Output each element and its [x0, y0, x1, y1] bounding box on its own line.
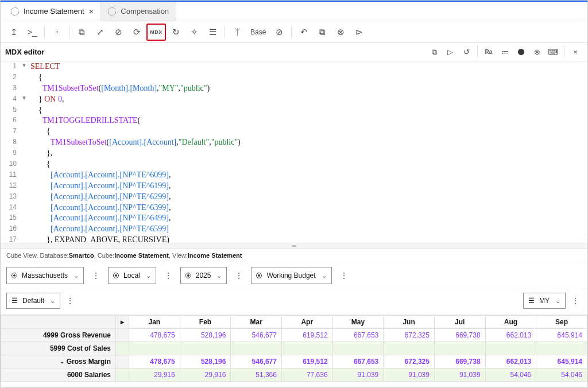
- loop-icon[interactable]: ↺: [459, 45, 474, 60]
- currency-selector[interactable]: Local ⌄: [108, 267, 156, 284]
- grid-cell[interactable]: 91,039: [384, 368, 435, 382]
- grid-cell[interactable]: 645,914: [536, 355, 587, 368]
- undo-icon[interactable]: ↶: [295, 24, 312, 41]
- col-header[interactable]: Aug: [485, 316, 536, 329]
- copy-icon[interactable]: ⧉: [314, 24, 331, 41]
- region-selector[interactable]: Massachusetts ⌄: [6, 267, 84, 284]
- branch-icon[interactable]: ᛘ: [229, 24, 246, 41]
- sparkle-icon[interactable]: ✧: [185, 24, 203, 41]
- col-header[interactable]: May: [332, 316, 384, 329]
- rows-menu-icon[interactable]: ⋮: [64, 296, 76, 305]
- code-line[interactable]: {: [28, 105, 42, 116]
- code-line[interactable]: TM1SubsetToSet([Month].[Month],"MY","pub…: [28, 83, 210, 94]
- row-header[interactable]: 6000 Salaries: [1, 368, 116, 382]
- grid-cell[interactable]: [384, 342, 435, 355]
- col-header[interactable]: Jun: [384, 316, 435, 329]
- record-icon[interactable]: [513, 45, 528, 60]
- terminal-icon[interactable]: >_: [24, 24, 41, 41]
- tab-income-statement[interactable]: Income Statement ×: [4, 2, 101, 21]
- tab-compensation[interactable]: Compensation: [101, 2, 176, 21]
- refresh-icon[interactable]: ⟳: [128, 24, 145, 41]
- grid-cell[interactable]: 662,013: [485, 329, 536, 342]
- splitter-handle[interactable]: ═: [1, 243, 587, 249]
- grid-cell[interactable]: 29,916: [129, 368, 180, 382]
- currency-menu-icon[interactable]: ⋮: [162, 271, 175, 280]
- data-grid[interactable]: ▸JanFebMarAprMayJunJulAugSep4999 Gross R…: [1, 315, 587, 388]
- box-icon[interactable]: ⧉: [73, 24, 90, 41]
- code-line[interactable]: [Account].[Account].[NP^TE^6399],: [28, 203, 171, 214]
- collapse-up-icon[interactable]: ↥: [5, 24, 22, 41]
- grid-cell[interactable]: 662,013: [485, 355, 536, 368]
- code-line[interactable]: [Account].[Account].[NP^TE^6599]: [28, 224, 169, 235]
- grid-cell[interactable]: 478,675: [129, 329, 180, 342]
- cycle-icon[interactable]: ↻: [167, 24, 184, 41]
- grid-cell[interactable]: 528,196: [180, 355, 231, 368]
- code-line[interactable]: TM1TOGGLEDRILLSTATE(: [28, 115, 140, 126]
- close-icon[interactable]: ×: [89, 6, 94, 16]
- expand-cols-icon[interactable]: ▸: [116, 316, 129, 329]
- list-icon[interactable]: ≔: [497, 45, 512, 60]
- grid-cell[interactable]: 528,196: [180, 329, 231, 342]
- code-line[interactable]: SELECT: [28, 61, 60, 72]
- fold-toggle[interactable]: ▼: [20, 94, 28, 105]
- grid-cell[interactable]: 619,512: [281, 355, 332, 368]
- col-header[interactable]: Jul: [434, 316, 485, 329]
- code-line[interactable]: [Account].[Account].[NP^TE^6299],: [28, 192, 171, 203]
- fold-toggle[interactable]: ▼: [20, 61, 28, 72]
- year-menu-icon[interactable]: ⋮: [233, 271, 245, 280]
- grid-cell[interactable]: 619,512: [281, 329, 332, 342]
- save-icon[interactable]: ▫: [48, 24, 65, 41]
- grid-cell[interactable]: 546,677: [231, 355, 282, 368]
- code-line[interactable]: } ON 0,: [28, 94, 64, 105]
- grid-cell[interactable]: 91,039: [434, 368, 485, 382]
- grid-cell[interactable]: 669,738: [434, 355, 485, 368]
- grid-cell[interactable]: 645,914: [536, 329, 587, 342]
- grid-cell[interactable]: 667,653: [332, 329, 384, 342]
- grid-cell[interactable]: 669,738: [434, 329, 485, 342]
- ra-icon[interactable]: Ra: [481, 45, 496, 60]
- grid-cell[interactable]: 51,366: [231, 368, 282, 382]
- grid-cell[interactable]: [180, 342, 231, 355]
- code-line[interactable]: }, EXPAND_ABOVE, RECURSIVE): [28, 235, 169, 243]
- grid-cell[interactable]: [281, 342, 332, 355]
- cols-menu-icon[interactable]: ⋮: [569, 296, 582, 305]
- mdx-button[interactable]: MDX: [146, 24, 166, 41]
- grid-cell[interactable]: [536, 342, 587, 355]
- grid-cell[interactable]: 91,039: [332, 368, 384, 382]
- row-header[interactable]: ⌄Gross Margin: [1, 355, 116, 368]
- col-header[interactable]: Sep: [536, 316, 587, 329]
- grid-cell[interactable]: 77,636: [281, 368, 332, 382]
- grid-cell[interactable]: 29,916: [180, 368, 231, 382]
- close-editor-icon[interactable]: ×: [568, 45, 583, 60]
- code-line[interactable]: {: [28, 126, 51, 137]
- grid-cell[interactable]: 672,325: [384, 329, 435, 342]
- grid-cell[interactable]: 672,325: [384, 355, 435, 368]
- col-header[interactable]: Mar: [231, 316, 282, 329]
- code-line[interactable]: },: [28, 148, 52, 159]
- code-line[interactable]: {: [28, 159, 51, 170]
- grid-cell[interactable]: [434, 342, 485, 355]
- expand-icon[interactable]: ⤢: [91, 24, 109, 41]
- code-line[interactable]: [Account].[Account].[NP^TE^6499],: [28, 213, 171, 224]
- grid-cell[interactable]: 54,046: [485, 368, 536, 382]
- filter-icon[interactable]: ☰: [204, 24, 221, 41]
- base-button[interactable]: Base: [247, 24, 269, 41]
- col-header[interactable]: Apr: [281, 316, 332, 329]
- grid-cell[interactable]: 478,675: [129, 355, 180, 368]
- code-line[interactable]: [Account].[Account].[NP^TE^6199],: [28, 181, 171, 192]
- row-header[interactable]: 4999 Gross Revenue: [1, 329, 116, 342]
- grid-cell[interactable]: 667,653: [332, 355, 384, 368]
- globe-icon[interactable]: ⊗: [529, 45, 544, 60]
- run-icon[interactable]: ▷: [443, 45, 458, 60]
- grid-cell[interactable]: 546,677: [231, 329, 282, 342]
- grid-cell[interactable]: [231, 342, 282, 355]
- scenario-selector[interactable]: Working Budget ⌄: [251, 267, 331, 284]
- scenario-menu-icon[interactable]: ⋮: [338, 271, 350, 280]
- grid-cell[interactable]: [332, 342, 384, 355]
- col-header[interactable]: Feb: [180, 316, 231, 329]
- code-line[interactable]: [Account].[Account].[NP^TE^6099],: [28, 170, 171, 181]
- keyboard-icon[interactable]: ⌨: [546, 45, 560, 60]
- rows-selector[interactable]: ☰ Default ⌄: [6, 293, 60, 309]
- link-icon[interactable]: ⊗: [332, 24, 349, 41]
- hide-icon[interactable]: ⊘: [110, 24, 127, 41]
